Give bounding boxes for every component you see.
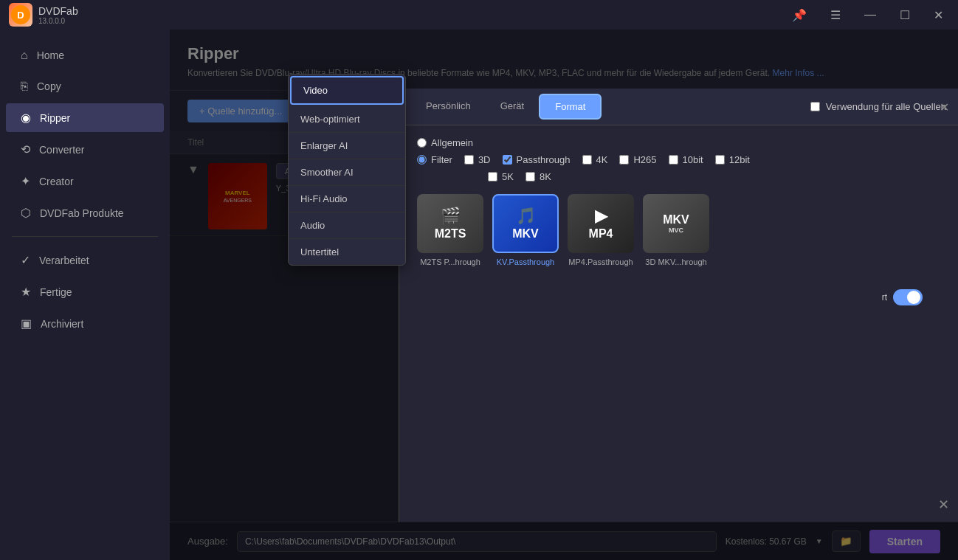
tab-format[interactable]: Format — [539, 94, 602, 120]
dropdown-item-audio[interactable]: Audio — [289, 212, 405, 239]
checkbox-12bit[interactable]: 12bit — [715, 154, 750, 165]
use-all-sources-label: Verwendung für alle Quellen — [826, 101, 946, 112]
format-card-label-mkv: KV.Passthrough — [497, 257, 554, 266]
copy-icon: ⎘ — [21, 80, 28, 93]
sidebar-item-finished[interactable]: ★ Fertige — [6, 277, 164, 306]
checkbox-10bit[interactable]: 10bit — [669, 154, 703, 165]
modal-close-button[interactable]: ✕ — [940, 100, 949, 114]
close-button[interactable]: ✕ — [928, 5, 949, 25]
format-icon-mp4: ▶ MP4 — [568, 194, 634, 253]
finished-icon: ★ — [21, 285, 31, 299]
sidebar-item-label: Ripper — [40, 112, 70, 124]
toggle-container: rt — [882, 289, 923, 305]
format-card-label-mp4: MP4.Passthrough — [568, 257, 633, 266]
dropdown-item-smoother[interactable]: Smoother AI — [289, 159, 405, 186]
use-all-sources-container: Verwendung für alle Quellen — [810, 101, 946, 112]
radio-filter[interactable]: Filter — [417, 154, 452, 165]
checkbox-5k[interactable]: 5K — [488, 171, 514, 182]
archived-icon: ▣ — [21, 317, 32, 331]
sidebar-item-label: DVDFab Produkte — [40, 207, 124, 219]
checkbox-8k[interactable]: 8K — [525, 171, 551, 182]
checkbox-3d[interactable]: 3D — [464, 154, 491, 165]
sidebar-item-label: Archiviert — [41, 318, 83, 330]
tab-bar: Persönlich Gerät Format Verwendung für a… — [399, 89, 958, 125]
minimize-button[interactable]: — — [858, 5, 882, 25]
main-layout: ⌂ Home ⎘ Copy ◉ Ripper ⟲ Converter ✦ Cre… — [0, 30, 958, 560]
ripper-icon: ◉ — [21, 111, 31, 125]
content-area: Ripper Konvertieren Sie DVD/Blu-ray/Ultr… — [170, 30, 958, 560]
dropdown-item-subtitle[interactable]: Untertitel — [289, 239, 405, 265]
tab-geraet[interactable]: Gerät — [486, 90, 540, 123]
processed-icon: ✓ — [21, 253, 30, 267]
row-5k-8k: 5K 8K — [417, 171, 940, 182]
sidebar-item-converter[interactable]: ⟲ Converter — [6, 135, 164, 164]
toggle-label: rt — [882, 292, 887, 303]
filter-options: Allgemein Filter 3D — [417, 137, 940, 182]
format-cards-container: 🎬 M2TS M2TS P...hrough 🎵 MKV KV.Passth — [417, 194, 940, 266]
checkbox-h265[interactable]: H265 — [619, 154, 656, 165]
format-card-mkv[interactable]: 🎵 MKV KV.Passthrough — [492, 194, 559, 266]
sidebar-item-creator[interactable]: ✦ Creator — [6, 167, 164, 196]
format-card-label-mkv-mvc: 3D MKV...hrough — [645, 257, 706, 266]
checkbox-4k[interactable]: 4K — [582, 154, 608, 165]
dropdown-menu: Video Web-optimiert Enlarger AI Smoother… — [288, 74, 406, 266]
format-card-label-m2ts: M2TS P...hrough — [420, 257, 480, 266]
tab-persoenlich[interactable]: Persönlich — [411, 90, 486, 123]
sidebar: ⌂ Home ⎘ Copy ◉ Ripper ⟲ Converter ✦ Cre… — [0, 30, 170, 560]
dropdown-item-enlarger[interactable]: Enlarger AI — [289, 133, 405, 159]
svg-text:D: D — [17, 10, 24, 21]
format-icon-mkv-mvc: MKV MVC — [643, 194, 709, 253]
radio-row-allgemein: Allgemein — [417, 137, 940, 148]
checkbox-passthrough[interactable]: Passthrough — [503, 154, 571, 165]
app-logo: D — [9, 3, 32, 27]
titlebar: D DVDFab 13.0.0.0 📌 ☰ — ☐ ✕ — [0, 0, 958, 30]
sidebar-item-home[interactable]: ⌂ Home — [6, 41, 164, 69]
toggle-knob — [907, 291, 920, 304]
format-panel: Persönlich Gerät Format Verwendung für a… — [399, 89, 958, 522]
sidebar-item-label: Creator — [39, 176, 74, 187]
sidebar-item-label: Converter — [39, 144, 84, 156]
sidebar-item-copy[interactable]: ⎘ Copy — [6, 72, 164, 100]
sidebar-item-products[interactable]: ⬡ DVDFab Produkte — [6, 198, 164, 227]
format-content: Allgemein Filter 3D — [399, 125, 958, 278]
use-all-sources-checkbox[interactable] — [810, 102, 820, 111]
sidebar-item-ripper[interactable]: ◉ Ripper — [6, 103, 164, 132]
dropdown-item-video[interactable]: Video — [290, 76, 404, 105]
home-icon: ⌂ — [21, 49, 28, 62]
pin-button[interactable]: 📌 — [786, 5, 813, 25]
format-icon-mkv: 🎵 MKV — [492, 194, 559, 253]
format-card-m2ts[interactable]: 🎬 M2TS M2TS P...hrough — [417, 194, 483, 266]
creator-icon: ✦ — [21, 174, 30, 188]
format-card-mp4[interactable]: ▶ MP4 MP4.Passthrough — [568, 194, 634, 266]
modal-overlay: Video Web-optimiert Enlarger AI Smoother… — [170, 30, 958, 560]
titlebar-controls: 📌 ☰ — ☐ ✕ — [786, 5, 949, 25]
dropdown-item-web[interactable]: Web-optimiert — [289, 106, 405, 133]
toggle-switch[interactable] — [893, 289, 923, 305]
app-version: 13.0.0.0 — [38, 17, 78, 25]
sidebar-item-label: Fertige — [40, 286, 72, 298]
format-icon-m2ts: 🎬 M2TS — [417, 194, 483, 253]
sidebar-item-processed[interactable]: ✓ Verarbeitet — [6, 246, 164, 274]
sidebar-item-label: Verarbeitet — [39, 255, 89, 266]
sidebar-separator — [12, 236, 158, 237]
panel-close-button[interactable]: ✕ — [938, 497, 949, 513]
products-icon: ⬡ — [21, 206, 31, 220]
radio-row-filter: Filter 3D Passthrough — [417, 154, 940, 165]
sidebar-item-archived[interactable]: ▣ Archiviert — [6, 309, 164, 338]
sidebar-item-label: Copy — [37, 80, 61, 92]
app-name: DVDFab — [38, 5, 78, 17]
converter-icon: ⟲ — [21, 142, 30, 156]
dropdown-item-hifi[interactable]: Hi-Fi Audio — [289, 186, 405, 212]
radio-allgemein[interactable]: Allgemein — [417, 137, 473, 148]
titlebar-left: D DVDFab 13.0.0.0 — [9, 3, 78, 27]
sidebar-item-label: Home — [37, 49, 64, 61]
menu-button[interactable]: ☰ — [824, 5, 847, 25]
maximize-button[interactable]: ☐ — [894, 5, 916, 25]
format-card-mkv-mvc[interactable]: MKV MVC 3D MKV...hrough — [643, 194, 709, 266]
